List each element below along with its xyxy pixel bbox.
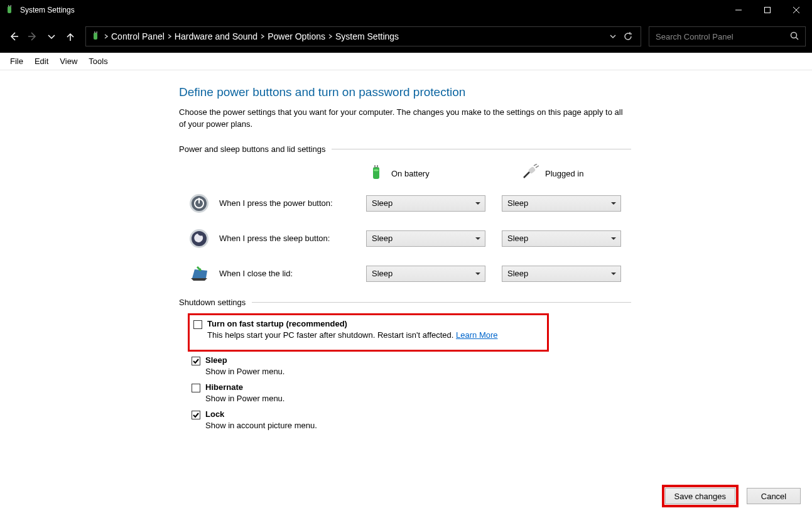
power-button-battery-select[interactable]: Sleep — [366, 195, 485, 212]
sleep-label: Sleep — [205, 355, 227, 365]
svg-rect-17 — [377, 165, 378, 168]
app-icon — [5, 5, 15, 15]
page-title: Define power buttons and turn on passwor… — [179, 85, 631, 99]
menu-file[interactable]: File — [5, 55, 28, 67]
fast-startup-desc: This helps start your PC faster after sh… — [193, 330, 541, 340]
window-controls — [724, 0, 811, 20]
mode-on-battery: On battery — [367, 164, 477, 183]
sleep-button-battery-select[interactable]: Sleep — [366, 230, 485, 247]
crumb-hardware-sound[interactable]: Hardware and Sound — [172, 31, 260, 41]
hibernate-label: Hibernate — [205, 382, 243, 392]
row-sleep-button: When I press the sleep button: Sleep Sle… — [179, 227, 631, 250]
power-button-plugged-select[interactable]: Sleep — [502, 195, 621, 212]
svg-rect-12 — [97, 31, 98, 33]
lid-plugged-select[interactable]: Sleep — [502, 266, 621, 282]
battery-icon — [91, 31, 101, 41]
svg-rect-1 — [8, 5, 9, 7]
forward-button[interactable] — [25, 29, 40, 44]
laptop-lid-icon — [188, 262, 210, 285]
sleep-checkbox[interactable] — [192, 357, 200, 365]
lock-label: Lock — [205, 409, 224, 419]
menu-tools[interactable]: Tools — [84, 55, 112, 67]
svg-line-14 — [796, 37, 799, 40]
title-bar: System Settings — [0, 0, 812, 20]
search-icon — [790, 31, 799, 42]
content-pane: Define power buttons and turn on passwor… — [0, 70, 812, 479]
plug-icon — [521, 164, 539, 183]
svg-rect-10 — [94, 33, 97, 40]
row-sleep-button-label: When I press the sleep button: — [217, 234, 360, 243]
row-close-lid: When I close the lid: Sleep Sleep — [179, 262, 631, 285]
svg-line-21 — [536, 166, 539, 168]
learn-more-link[interactable]: Learn More — [456, 330, 497, 340]
chevron-right-icon — [260, 34, 265, 39]
svg-rect-11 — [94, 31, 95, 33]
recent-locations-button[interactable] — [44, 29, 59, 44]
lid-battery-select[interactable]: Sleep — [366, 266, 485, 282]
nav-bar: Control Panel Hardware and Sound Power O… — [0, 20, 812, 53]
svg-rect-2 — [11, 5, 12, 7]
power-button-icon — [188, 192, 210, 215]
menu-edit[interactable]: Edit — [30, 55, 53, 67]
sleep-desc: Show in Power menu. — [192, 367, 631, 376]
lock-checkbox[interactable] — [192, 411, 200, 419]
fast-startup-label: Turn on fast startup (recommended) — [207, 319, 347, 328]
search-input[interactable] — [656, 32, 790, 41]
crumb-control-panel[interactable]: Control Panel — [109, 31, 167, 41]
maximize-button[interactable] — [753, 0, 782, 20]
mode-header: On battery Plugged in — [179, 164, 631, 183]
section-shutdown-label: Shutdown settings — [179, 298, 631, 307]
window-title: System Settings — [20, 6, 75, 14]
address-bar[interactable]: Control Panel Hardware and Sound Power O… — [85, 26, 641, 46]
footer: Save changes Cancel — [0, 479, 812, 513]
fast-startup-highlight: Turn on fast startup (recommended) This … — [188, 313, 549, 352]
menu-bar: File Edit View Tools — [0, 53, 812, 70]
menu-view[interactable]: View — [55, 55, 82, 67]
row-power-button-label: When I press the power button: — [217, 198, 360, 208]
cancel-button[interactable]: Cancel — [747, 488, 801, 504]
battery-icon — [367, 164, 385, 183]
refresh-icon[interactable] — [620, 29, 636, 44]
svg-rect-16 — [374, 165, 376, 168]
svg-line-20 — [534, 164, 537, 166]
svg-rect-4 — [765, 8, 771, 13]
fast-startup-checkbox[interactable] — [193, 320, 202, 329]
svg-point-18 — [374, 169, 379, 171]
chevron-down-icon[interactable] — [605, 29, 620, 44]
svg-rect-15 — [373, 167, 379, 179]
minimize-button[interactable] — [724, 0, 753, 20]
lock-desc: Show in account picture menu. — [192, 421, 631, 430]
chevron-right-icon — [328, 34, 333, 39]
save-changes-button[interactable]: Save changes — [665, 488, 735, 504]
chevron-right-icon — [167, 34, 172, 39]
page-description: Choose the power settings that you want … — [179, 107, 631, 131]
sleep-button-plugged-select[interactable]: Sleep — [502, 230, 621, 247]
crumb-system-settings[interactable]: System Settings — [333, 31, 401, 41]
row-close-lid-label: When I close the lid: — [217, 269, 360, 278]
hibernate-checkbox[interactable] — [192, 384, 200, 392]
close-button[interactable] — [782, 0, 811, 20]
hibernate-desc: Show in Power menu. — [192, 394, 631, 403]
mode-plugged-in: Plugged in — [521, 164, 631, 183]
up-button[interactable] — [63, 29, 78, 44]
search-box[interactable] — [649, 26, 806, 46]
back-button[interactable] — [6, 29, 21, 44]
section-power-buttons-label: Power and sleep buttons and lid settings — [179, 144, 631, 154]
svg-point-13 — [791, 32, 797, 38]
chevron-right-icon — [104, 34, 109, 39]
sleep-button-icon — [188, 227, 210, 250]
row-power-button: When I press the power button: Sleep Sle… — [179, 192, 631, 215]
svg-rect-0 — [8, 6, 11, 13]
crumb-power-options[interactable]: Power Options — [265, 31, 328, 41]
